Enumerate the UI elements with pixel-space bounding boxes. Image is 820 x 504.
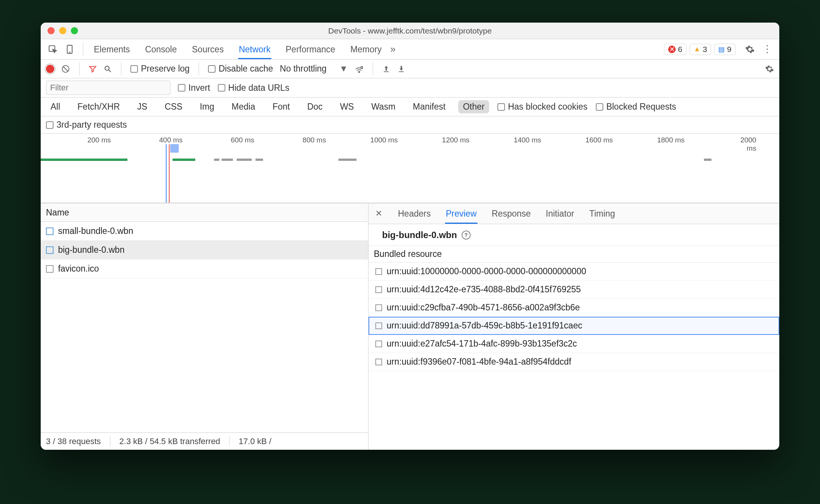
more-tabs-icon[interactable]: » [386,43,400,56]
divider [83,43,83,56]
tab-performance[interactable]: Performance [285,40,336,59]
type-filter-fetchxhr[interactable]: Fetch/XHR [73,100,124,113]
bundled-resource-row[interactable]: urn:uuid:dd78991a-57db-459c-b8b5-1e191f9… [369,317,779,335]
bundled-resource-row[interactable]: urn:uuid:f9396e07-f081-4bfe-94a1-a8f954f… [369,353,779,371]
network-settings-icon[interactable] [765,64,774,73]
filter-input[interactable] [46,81,170,95]
titlebar: DevTools - www.jefftk.com/test/wbn9/prot… [41,23,779,39]
tab-memory[interactable]: Memory [350,40,382,59]
kebab-menu-icon[interactable]: ⋮ [760,43,774,56]
type-filter-media[interactable]: Media [227,100,260,113]
timeline-tick: 1400 ms [543,136,572,144]
type-filter-ws[interactable]: WS [335,100,358,113]
timeline-selection[interactable] [170,144,179,153]
request-row[interactable]: big-bundle-0.wbn [41,241,368,260]
request-list: small-bundle-0.wbnbig-bundle-0.wbnfavico… [41,222,368,432]
upload-har-icon[interactable] [382,65,390,73]
detail-tab-preview[interactable]: Preview [445,203,477,224]
messages-badge[interactable]: ▤9 [714,44,736,55]
resource-name: urn:uuid:dd78991a-57db-459c-b8b5-1e191f9… [387,321,582,331]
type-filter-other[interactable]: Other [458,100,489,113]
blocked-requests-checkbox[interactable]: Blocked Requests [596,102,676,112]
timeline-tick: 200 ms [112,136,137,144]
name-column-header[interactable]: Name [41,203,368,222]
tab-sources[interactable]: Sources [191,40,224,59]
resource-name: urn:uuid:c29cfba7-490b-4571-8656-a002a9f… [387,302,580,313]
bundled-resource-row[interactable]: urn:uuid:c29cfba7-490b-4571-8656-a002a9f… [369,299,779,317]
timeline-tick: 1000 ms [399,136,428,144]
timeline-tick: 1600 ms [614,136,643,144]
timeline-tick: 1800 ms [686,136,715,144]
timeline-bar [237,159,252,161]
timeline-overview[interactable]: 200 ms400 ms600 ms800 ms1000 ms1200 ms14… [41,134,779,203]
network-conditions-icon[interactable] [355,64,364,73]
bundled-resource-row[interactable]: urn:uuid:e27afc54-171b-4afc-899b-93b135e… [369,335,779,353]
download-har-icon[interactable] [397,65,405,73]
errors-badge[interactable]: ✕6 [664,44,687,55]
detail-tab-response[interactable]: Response [491,203,532,224]
clear-button[interactable] [61,64,70,73]
resource-name: urn:uuid:f9396e07-f081-4bfe-94a1-a8f954f… [387,357,571,367]
type-filter-wasm[interactable]: Wasm [367,100,400,113]
detail-tab-initiator[interactable]: Initiator [545,203,575,224]
timeline-bar [704,159,711,161]
detail-tabs: ✕ HeadersPreviewResponseInitiatorTiming [369,203,779,224]
detail-header: big-bundle-0.wbn ? [369,224,779,246]
status-bar: 3 / 38 requests 2.3 kB / 54.5 kB transfe… [41,432,368,450]
file-icon [375,304,382,311]
type-filter-row: AllFetch/XHRJSCSSImgMediaFontDocWSWasmMa… [41,98,779,116]
device-toggle-icon[interactable] [63,43,77,56]
type-filter-css[interactable]: CSS [160,100,187,113]
tab-network[interactable]: Network [238,40,271,59]
third-party-checkbox[interactable]: 3rd-party requests [46,120,127,130]
detail-title: big-bundle-0.wbn [382,230,457,240]
has-blocked-cookies-checkbox[interactable]: Has blocked cookies [497,102,587,112]
split-panels: Name small-bundle-0.wbnbig-bundle-0.wbnf… [41,203,779,450]
type-filter-all[interactable]: All [46,100,65,113]
detail-tab-timing[interactable]: Timing [589,203,616,224]
request-name: big-bundle-0.wbn [58,245,124,255]
third-party-row: 3rd-party requests [41,116,779,134]
warnings-badge[interactable]: ▲3 [690,44,711,55]
settings-icon[interactable] [743,43,757,56]
svg-rect-10 [399,71,404,72]
request-row[interactable]: small-bundle-0.wbn [41,222,368,241]
bundled-resource-row[interactable]: urn:uuid:4d12c42e-e735-4088-8bd2-0f415f7… [369,281,779,299]
type-filter-manifest[interactable]: Manifest [408,100,450,113]
resource-name: urn:uuid:4d12c42e-e735-4088-8bd2-0f415f7… [387,284,581,295]
main-tab-bar: ElementsConsoleSourcesNetworkPerformance… [41,39,779,60]
preserve-log-checkbox[interactable]: Preserve log [130,64,190,74]
error-icon: ✕ [668,46,676,53]
load-line [166,144,167,203]
tab-elements[interactable]: Elements [93,40,131,59]
file-icon [375,341,382,347]
hide-data-urls-checkbox[interactable]: Hide data URLs [218,83,289,93]
file-icon [375,268,382,275]
file-icon [375,286,382,293]
record-button[interactable] [46,65,54,73]
throttling-select[interactable]: No throttling▼ [280,64,348,74]
timeline-tick: 800 ms [327,136,352,144]
resource-name: urn:uuid:e27afc54-171b-4afc-899b-93b135e… [387,339,577,349]
type-filter-doc[interactable]: Doc [303,100,327,113]
search-icon[interactable] [104,65,112,73]
filter-toggle-icon[interactable] [89,65,97,73]
message-icon: ▤ [718,45,725,53]
help-icon[interactable]: ? [462,231,471,240]
type-filter-js[interactable]: JS [133,100,152,113]
invert-checkbox[interactable]: Invert [178,83,210,93]
request-row[interactable]: favicon.ico [41,260,368,278]
close-detail-icon[interactable]: ✕ [375,209,382,218]
detail-tab-headers[interactable]: Headers [397,203,431,224]
bundled-resource-list: urn:uuid:10000000-0000-0000-0000-0000000… [369,263,779,450]
timeline-bar [173,159,195,161]
inspect-icon[interactable] [46,43,60,56]
network-toolbar: Preserve log Disable cache No throttling… [41,60,779,78]
tab-console[interactable]: Console [144,40,177,59]
status-transferred: 2.3 kB / 54.5 kB transferred [119,437,220,446]
type-filter-font[interactable]: Font [268,100,294,113]
disable-cache-checkbox[interactable]: Disable cache [208,64,273,74]
request-name: small-bundle-0.wbn [58,226,133,236]
type-filter-img[interactable]: Img [195,100,219,113]
bundled-resource-row[interactable]: urn:uuid:10000000-0000-0000-0000-0000000… [369,263,779,281]
